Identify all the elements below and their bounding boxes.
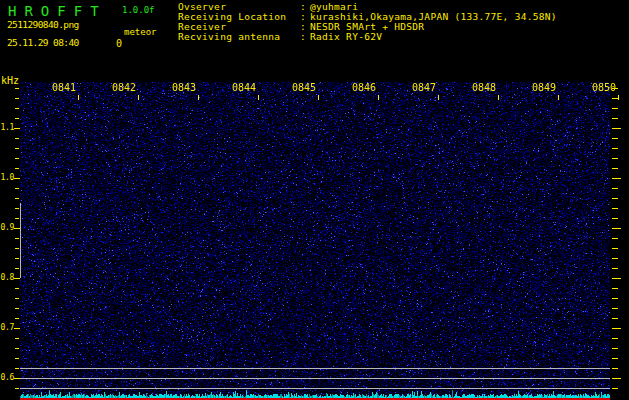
- freq-tick-right: [612, 118, 618, 119]
- freq-tick-right: [612, 278, 621, 279]
- freq-tick-right: [612, 148, 618, 149]
- time-tick-label: 0843: [171, 83, 196, 93]
- freq-tick-right: [612, 218, 618, 219]
- meteor-count-value: 0: [112, 38, 126, 49]
- freq-tick-left: [15, 288, 19, 289]
- freq-tick-right: [612, 248, 618, 249]
- app-title: HROFFT: [8, 3, 107, 19]
- freq-tick-right: [612, 268, 618, 269]
- reference-line: [20, 388, 610, 389]
- observation-field-value: Radix RY-62V: [310, 32, 382, 42]
- freq-tick-left: [15, 388, 19, 389]
- freq-tick-right: [612, 328, 621, 329]
- freq-tick-left: [15, 188, 19, 189]
- freq-tick-left: [14, 128, 20, 129]
- freq-tick-right: [612, 228, 621, 229]
- freq-tick-right: [612, 308, 618, 309]
- freq-tick-right: [612, 288, 618, 289]
- freq-tick-right: [612, 128, 621, 129]
- freq-tick-right: [612, 238, 618, 239]
- freq-unit-label: kHz: [1, 75, 19, 86]
- observation-field-label: Recviving antenna: [178, 32, 300, 42]
- freq-tick-right: [612, 348, 618, 349]
- time-tick-label: 0847: [411, 83, 436, 93]
- freq-tick-left: [15, 108, 19, 109]
- time-tick: [198, 95, 199, 100]
- time-tick-label: 0849: [531, 83, 556, 93]
- output-filename: 2511290840.png: [7, 19, 79, 30]
- time-tick-label: 0846: [351, 83, 376, 93]
- freq-tick-left: [15, 148, 19, 149]
- freq-tick-right: [612, 258, 618, 259]
- meteor-count-label: meteor: [124, 27, 157, 37]
- freq-tick-label: 0.8: [0, 273, 14, 282]
- observation-field-separator: :: [300, 32, 310, 42]
- freq-tick-label: 0.6: [0, 373, 14, 382]
- freq-tick-left: [15, 238, 19, 239]
- freq-tick-left: [14, 328, 20, 329]
- freq-tick-left: [15, 368, 19, 369]
- freq-tick-right: [612, 188, 618, 189]
- time-tick: [78, 95, 79, 100]
- time-tick: [138, 95, 139, 100]
- spectrogram-noise-canvas: [20, 82, 610, 400]
- observation-datetime: 25.11.29 08:40: [7, 37, 79, 48]
- freq-tick-right: [612, 138, 618, 139]
- time-tick: [438, 95, 439, 100]
- freq-tick-left: [15, 98, 19, 99]
- freq-tick-right: [612, 378, 621, 379]
- time-tick-label: 0848: [471, 83, 496, 93]
- time-tick: [558, 95, 559, 100]
- freq-tick-right: [612, 318, 618, 319]
- time-tick-label: 0842: [111, 83, 136, 93]
- freq-tick-left: [15, 318, 19, 319]
- app-version: 1.0.0f: [122, 5, 155, 15]
- freq-tick-label: 0.9: [0, 223, 14, 232]
- freq-tick-right: [612, 368, 618, 369]
- freq-tick-left: [15, 258, 19, 259]
- band-marker-line: [20, 203, 21, 278]
- freq-tick-left: [15, 218, 19, 219]
- freq-tick-left: [15, 198, 19, 199]
- time-tick: [318, 95, 319, 100]
- freq-tick-right: [612, 168, 618, 169]
- freq-tick-left: [15, 88, 19, 89]
- freq-tick-left: [15, 158, 19, 159]
- time-tick: [498, 95, 499, 100]
- time-tick-label: 0841: [51, 83, 76, 93]
- freq-tick-right: [612, 338, 618, 339]
- reference-line: [20, 378, 610, 379]
- freq-tick-left: [15, 248, 19, 249]
- freq-tick-left: [15, 268, 19, 269]
- freq-tick-right: [612, 178, 621, 179]
- freq-tick-left: [14, 178, 20, 179]
- freq-tick-left: [15, 138, 19, 139]
- observation-field-row: Recviving antenna:Radix RY-62V: [178, 32, 557, 42]
- time-tick-label: 0850: [591, 83, 616, 93]
- freq-tick-right: [612, 108, 618, 109]
- freq-tick-right: [612, 158, 618, 159]
- freq-tick-left: [14, 278, 20, 279]
- freq-tick-right: [612, 208, 618, 209]
- freq-tick-left: [15, 208, 19, 209]
- freq-tick-left: [15, 338, 19, 339]
- reference-line: [20, 368, 610, 369]
- freq-tick-right: [612, 198, 618, 199]
- freq-tick-left: [15, 308, 19, 309]
- freq-tick-right: [612, 358, 618, 359]
- time-tick: [258, 95, 259, 100]
- freq-tick-right: [612, 298, 618, 299]
- freq-tick-left: [15, 118, 19, 119]
- freq-tick-label: 1.1: [0, 123, 14, 132]
- freq-tick-label: 1.0: [0, 173, 14, 182]
- freq-tick-left: [15, 298, 19, 299]
- hrofft-output-window: HROFFT 1.0.0f 2511290840.png meteor 25.1…: [0, 0, 629, 400]
- observation-info: Ovserver:@yuhmariReceiving Location:kura…: [178, 2, 557, 42]
- freq-tick-label: 0.7: [0, 323, 14, 332]
- freq-tick-right: [612, 388, 618, 389]
- freq-tick-left: [15, 358, 19, 359]
- freq-tick-left: [15, 168, 19, 169]
- time-tick-label: 0844: [231, 83, 256, 93]
- freq-tick-left: [15, 348, 19, 349]
- time-tick: [378, 95, 379, 100]
